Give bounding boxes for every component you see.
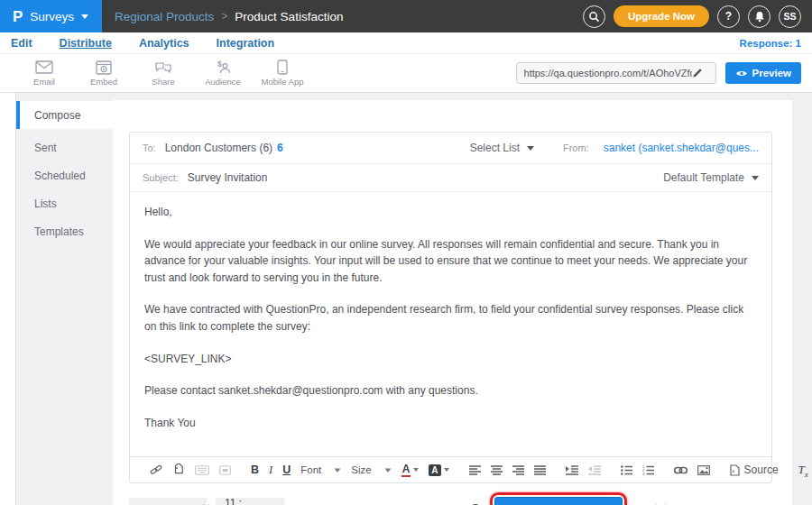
sidebar-item-label: Scheduled bbox=[34, 170, 86, 182]
bullet-list-icon[interactable] bbox=[621, 465, 632, 475]
questionpro-logo-icon: P bbox=[13, 9, 23, 24]
schedule-controls: 12/31/2019 11 : 45 PM (GMT-07:00) Pacifi… bbox=[129, 492, 792, 505]
schedule-time-field[interactable]: 11 : 45 PM bbox=[216, 498, 284, 505]
notifications-button[interactable] bbox=[748, 5, 770, 28]
sidebar-item-scheduled[interactable]: Scheduled bbox=[16, 161, 113, 189]
chevron-down-icon bbox=[527, 146, 534, 151]
email-compose-card: To: London Customers (6) 6 Select List F… bbox=[129, 132, 772, 483]
tab-edit[interactable]: Edit bbox=[11, 37, 32, 50]
channel-label: Mobile App bbox=[261, 77, 303, 87]
numbered-list-icon[interactable]: 123 bbox=[642, 465, 654, 475]
product-name: Surveys bbox=[30, 10, 74, 23]
email-sidebar: Compose Sent Scheduled Lists Templates bbox=[16, 101, 113, 505]
schedule-invitation-button[interactable]: Schedule Invitation bbox=[494, 497, 623, 505]
chevron-down-icon bbox=[752, 176, 759, 180]
body-paragraph: Thank You bbox=[144, 415, 757, 432]
insert-link-icon[interactable] bbox=[150, 464, 162, 476]
search-button[interactable] bbox=[583, 5, 605, 28]
distribute-page: Compose Sent Scheduled Lists Templates T… bbox=[0, 93, 812, 505]
select-list-dropdown[interactable]: Select List bbox=[470, 142, 534, 154]
chevron-down-icon bbox=[81, 14, 88, 19]
channel-share[interactable]: Share bbox=[134, 60, 193, 87]
preview-button[interactable]: Preview bbox=[725, 62, 801, 84]
email-icon bbox=[35, 60, 53, 75]
channel-email[interactable]: Email bbox=[14, 60, 74, 87]
align-center-icon[interactable] bbox=[491, 465, 503, 475]
subject-row: Subject: Survey Invitation Default Templ… bbox=[130, 164, 771, 192]
body-paragraph: <SURVEY_LINK> bbox=[144, 351, 757, 368]
edit-url-pencil-icon[interactable] bbox=[692, 68, 703, 78]
time-value: 11 : 45 PM bbox=[225, 497, 256, 505]
rich-text-toolbar: B I U Font Size A A bbox=[130, 456, 771, 482]
schedule-date-field[interactable]: 12/31/2019 bbox=[129, 498, 207, 505]
tab-integration[interactable]: Integration bbox=[217, 37, 275, 50]
channel-mobile-app[interactable]: Mobile App bbox=[253, 60, 312, 87]
survey-url-field[interactable]: https://qa.questionpro.com/t/AOhoVZfqml bbox=[516, 62, 716, 84]
email-body-editor[interactable]: Hello, We would appreciate your feedback… bbox=[130, 192, 771, 456]
audience-icon: $ bbox=[214, 60, 232, 75]
insert-image-icon[interactable] bbox=[697, 465, 710, 475]
channel-audience[interactable]: $ Audience bbox=[193, 60, 253, 87]
align-justify-icon[interactable] bbox=[534, 465, 546, 475]
survey-url: https://qa.questionpro.com/t/AOhoVZfqml bbox=[524, 68, 692, 78]
breadcrumb-current: Product Satisfaction bbox=[235, 10, 343, 23]
product-switcher[interactable]: P Surveys bbox=[0, 0, 102, 32]
template-label: Default Template bbox=[663, 171, 744, 184]
increase-indent-icon[interactable] bbox=[566, 465, 578, 475]
recipient-count[interactable]: 6 bbox=[277, 142, 283, 154]
to-value[interactable]: London Customers (6) bbox=[165, 142, 272, 154]
size-label: Size bbox=[351, 464, 371, 475]
align-left-icon[interactable] bbox=[469, 465, 481, 475]
underline-button[interactable]: U bbox=[282, 464, 291, 476]
avatar[interactable]: SS bbox=[779, 5, 801, 28]
channel-label: Audience bbox=[205, 77, 241, 87]
keyboard-icon[interactable] bbox=[195, 465, 209, 475]
sidebar-item-label: Templates bbox=[34, 225, 84, 238]
search-icon bbox=[588, 11, 600, 23]
upgrade-now-button[interactable]: Upgrade Now bbox=[614, 5, 709, 27]
sidebar-item-templates[interactable]: Templates bbox=[16, 217, 113, 245]
chevron-down-icon bbox=[413, 468, 419, 472]
tab-distribute[interactable]: Distribute bbox=[60, 37, 112, 50]
eye-icon bbox=[735, 69, 748, 78]
sidebar-item-label: Sent bbox=[34, 142, 57, 154]
italic-button[interactable]: I bbox=[269, 464, 272, 477]
bg-color-button[interactable]: A bbox=[429, 464, 448, 476]
bold-button[interactable]: B bbox=[251, 464, 259, 476]
template-dropdown[interactable]: Default Template bbox=[663, 171, 759, 184]
to-label: To: bbox=[143, 142, 156, 153]
remove-format-button[interactable]: Tx bbox=[798, 463, 808, 479]
compose-panel: To: London Customers (6) 6 Select List F… bbox=[113, 100, 792, 505]
align-right-icon[interactable] bbox=[512, 465, 524, 475]
text-color-button[interactable]: A bbox=[401, 464, 420, 477]
from-label: From: bbox=[563, 142, 589, 153]
merge-tag-icon[interactable] bbox=[172, 464, 185, 476]
channel-embed[interactable]: Embed bbox=[74, 60, 134, 87]
sidebar-item-compose[interactable]: Compose bbox=[16, 101, 113, 129]
channel-label: Embed bbox=[90, 77, 117, 87]
subject-label: Subject: bbox=[143, 172, 179, 183]
sidebar-item-sent[interactable]: Sent bbox=[16, 133, 113, 161]
subject-input[interactable]: Survey Invitation bbox=[188, 171, 268, 184]
top-navigation-bar: P Surveys Regional Products > Product Sa… bbox=[0, 0, 812, 32]
tab-analytics[interactable]: Analytics bbox=[139, 37, 189, 50]
embed-icon bbox=[96, 60, 112, 75]
chevron-down-icon bbox=[444, 468, 449, 472]
text-color-label: A bbox=[401, 464, 411, 477]
from-value[interactable]: sanket (sanket.shekdar@ques... bbox=[604, 142, 759, 154]
remove-format-label: T bbox=[798, 463, 805, 476]
sidebar-item-lists[interactable]: Lists bbox=[16, 189, 113, 217]
breadcrumb-parent-link[interactable]: Regional Products bbox=[115, 10, 214, 23]
breadcrumb: Regional Products > Product Satisfaction bbox=[115, 10, 343, 23]
source-button[interactable]: ɕ Source bbox=[730, 464, 779, 476]
font-dropdown[interactable]: Font bbox=[300, 464, 341, 475]
distribute-channel-toolbar: Email Embed Share $ Audience Mobile App … bbox=[0, 54, 812, 93]
hyperlink-icon[interactable] bbox=[674, 466, 687, 474]
help-button[interactable]: ? bbox=[717, 5, 740, 28]
svg-text:3: 3 bbox=[642, 472, 645, 475]
response-count[interactable]: Response: 1 bbox=[740, 38, 801, 49]
size-dropdown[interactable]: Size bbox=[351, 464, 391, 475]
body-paragraph: Hello, bbox=[144, 204, 757, 221]
decrease-indent-icon[interactable] bbox=[588, 465, 601, 475]
button-insert-icon[interactable] bbox=[219, 465, 231, 475]
